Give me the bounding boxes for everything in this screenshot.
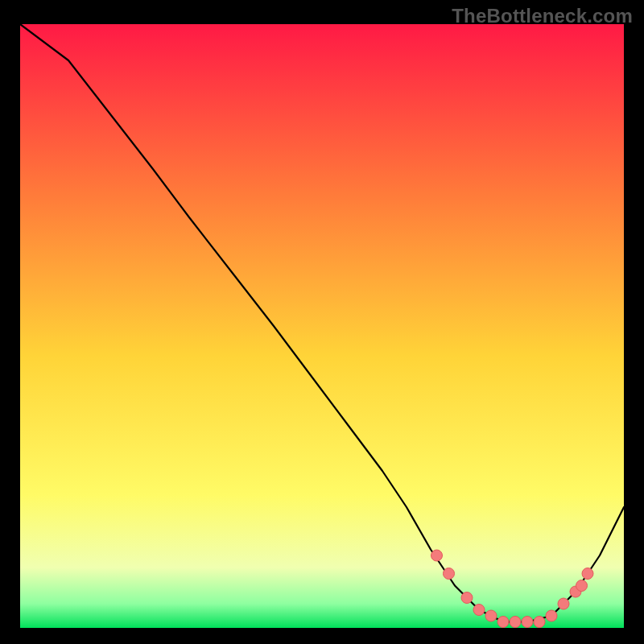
marker-point <box>576 580 588 592</box>
marker-point <box>534 617 545 628</box>
marker-point <box>461 592 473 604</box>
marker-point <box>510 617 521 628</box>
chart-svg <box>20 24 624 628</box>
plot-area <box>20 24 624 628</box>
marker-point <box>522 617 533 628</box>
marker-point <box>485 610 497 621</box>
marker-point <box>546 610 557 621</box>
marker-point <box>582 568 593 580</box>
marker-point <box>431 550 443 561</box>
marker-point <box>558 598 569 609</box>
marker-point <box>497 617 509 628</box>
chart-frame: TheBottleneck.com <box>0 0 644 644</box>
marker-point <box>473 605 485 616</box>
marker-point <box>444 568 455 580</box>
